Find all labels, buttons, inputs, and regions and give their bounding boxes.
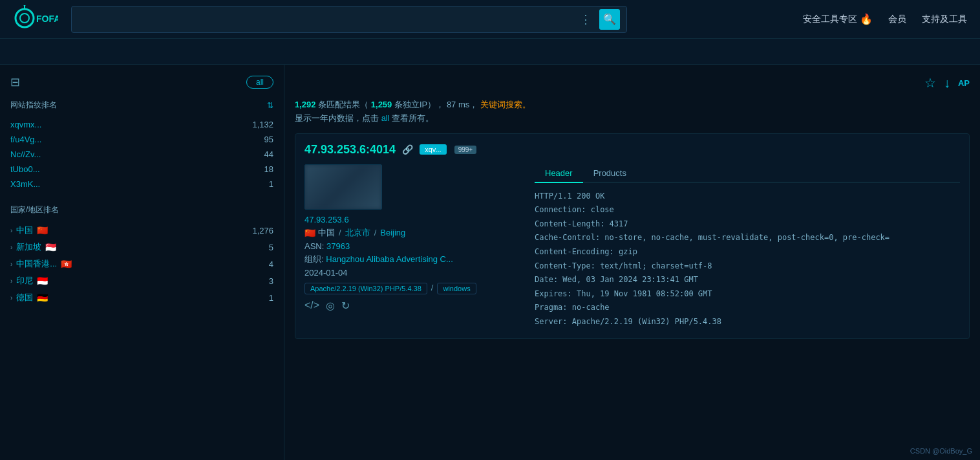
fingerprint-section-title: 网站指纹排名 ⇅ — [10, 100, 273, 111]
fingerprint-sort-icon[interactable]: ⇅ — [267, 101, 273, 110]
header: FOFA app="用友U8CRM" ⋮ 🔍 安全工具专区 🔥 会员 支持及工具 — [0, 0, 980, 39]
count-badge: 999+ — [454, 146, 477, 154]
chevron-right-icon: › — [10, 261, 12, 268]
server-tag[interactable]: Apache/2.2.19 (Win32) PHP/5.4.38 — [304, 283, 427, 294]
country-item-germany[interactable]: › 德国 🇩🇪 — [10, 292, 48, 303]
header-line-4: Cache-Control: no-store, no-cache, must-… — [535, 231, 960, 245]
main-layout: ⊟ all 网站指纹排名 ⇅ xqvmx... 1,132 f/u4Vg... … — [0, 65, 980, 460]
header-content: HTTP/1.1 200 OK Connection: close Conten… — [535, 190, 960, 329]
card-org: 组织: Hangzhou Alibaba Advertising C... — [304, 254, 524, 265]
list-item: tUbo0... 18 — [10, 162, 273, 177]
chain-icon[interactable]: 🔗 — [402, 144, 413, 155]
fp-link-1[interactable]: xqvmx... — [10, 120, 41, 129]
card-asn: ASN: 37963 — [304, 241, 524, 251]
main-content: ☆ ↓ AP 1,292 条匹配结果（ 1,259 条独立IP）， 87 ms，… — [284, 65, 980, 460]
header-line-8: Expires: Thu, 19 Nov 1981 08:52:00 GMT — [535, 287, 960, 301]
country-item-hk[interactable]: › 中国香港... 🇭🇰 — [10, 258, 72, 270]
header-line-10: Server: Apache/2.2.19 (Win32) PHP/5.4.38 — [535, 315, 960, 329]
flag-germany: 🇩🇪 — [37, 292, 48, 303]
tab-header[interactable]: Header — [535, 164, 583, 183]
logo[interactable]: FOFA — [13, 5, 58, 33]
sidebar: ⊟ all 网站指纹排名 ⇅ xqvmx... 1,132 f/u4Vg... … — [0, 65, 284, 460]
screenshot-blur — [305, 165, 381, 209]
chevron-right-icon: › — [10, 244, 12, 251]
city-link[interactable]: 北京市 — [345, 227, 370, 239]
result-count: 1,292 — [295, 100, 316, 109]
chevron-right-icon: › — [10, 278, 12, 285]
asn-link[interactable]: 37963 — [326, 241, 350, 251]
fp-link-4[interactable]: tUbo0... — [10, 164, 40, 174]
fp-link-3[interactable]: Nc//Zv... — [10, 149, 41, 159]
ap-button[interactable]: AP — [958, 78, 970, 88]
fingerprint-list: xqvmx... 1,132 f/u4Vg... 95 Nc//Zv... 44… — [10, 117, 273, 192]
support-tools-nav[interactable]: 支持及工具 — [922, 14, 967, 25]
star-icon[interactable]: ☆ — [924, 75, 936, 91]
search-options-button[interactable]: ⋮ — [577, 10, 594, 29]
country-list: › 中国 🇨🇳 1,276 › 新加坡 🇸🇬 5 › 中国香港... � — [10, 222, 273, 306]
country-name-3: 中国香港... — [16, 258, 57, 270]
svg-point-0 — [16, 9, 34, 27]
share-icon[interactable]: ◎ — [326, 300, 335, 312]
fp-count-2: 95 — [264, 135, 273, 144]
fp-count-1: 1,132 — [252, 120, 273, 129]
screenshot-thumbnail[interactable] — [304, 164, 382, 210]
svg-text:FOFA: FOFA — [36, 14, 58, 24]
chevron-right-icon: › — [10, 227, 12, 234]
country-item-china[interactable]: › 中国 🇨🇳 — [10, 225, 48, 236]
content-toolbar: ☆ ↓ AP — [295, 75, 970, 91]
filter-icon[interactable]: ⊟ — [10, 75, 20, 89]
ip-link[interactable]: 47.93.253.6 — [304, 215, 524, 225]
fp-count-5: 1 — [269, 179, 273, 189]
org-link[interactable]: Hangzhou Alibaba Advertising C... — [326, 254, 453, 264]
search-bar: app="用友U8CRM" ⋮ 🔍 — [71, 6, 627, 33]
refresh-icon[interactable]: ↻ — [341, 300, 350, 312]
tab-products[interactable]: Products — [583, 164, 637, 182]
header-line-5: Content-Encoding: gzip — [535, 245, 960, 259]
country-name-1: 中国 — [16, 225, 33, 236]
country-name-5: 德国 — [16, 292, 33, 303]
fp-link-2[interactable]: f/u4Vg... — [10, 135, 41, 144]
country-item-singapore[interactable]: › 新加坡 🇸🇬 — [10, 241, 56, 253]
flag-singapore: 🇸🇬 — [45, 242, 56, 252]
search-icon: 🔍 — [603, 13, 616, 25]
search-button[interactable]: 🔍 — [599, 9, 620, 30]
country-count-4: 3 — [269, 276, 273, 286]
list-item: xqvmx... 1,132 — [10, 117, 273, 132]
ip-port[interactable]: 47.93.253.6:4014 — [304, 143, 396, 157]
card-country: 🇨🇳 中国 / 北京市 / Beijing — [304, 227, 524, 239]
code-icon[interactable]: </> — [304, 300, 319, 312]
list-item: Nc//Zv... 44 — [10, 147, 273, 162]
footer-note: CSDN @OidBoy_G — [910, 447, 972, 455]
country-item-indonesia[interactable]: › 印尼 🇮🇩 — [10, 275, 48, 287]
os-tag[interactable]: windows — [437, 283, 476, 294]
all-results-link[interactable]: all — [381, 113, 390, 123]
city-en-link[interactable]: Beijing — [380, 228, 405, 237]
result-card: 47.93.253.6:4014 🔗 xqv... 999+ 47.93.253… — [295, 133, 970, 339]
country-name-4: 印尼 — [16, 275, 33, 287]
fp-count-3: 44 — [264, 149, 273, 159]
fp-link-5[interactable]: X3mK... — [10, 179, 40, 189]
all-filter-badge[interactable]: all — [246, 76, 273, 89]
card-date: 2024-01-04 — [304, 268, 524, 278]
flag-china: 🇨🇳 — [37, 225, 48, 235]
list-item: › 新加坡 🇸🇬 5 — [10, 239, 273, 256]
host-badge[interactable]: xqv... — [420, 144, 446, 155]
search-input[interactable]: app="用友U8CRM" — [78, 14, 572, 25]
sidebar-toolbar: ⊟ all — [10, 75, 273, 89]
download-icon[interactable]: ↓ — [944, 76, 950, 91]
country-flag: 🇨🇳 — [304, 228, 315, 238]
chevron-right-icon: › — [10, 294, 12, 301]
list-item: f/u4Vg... 95 — [10, 132, 273, 147]
card-header: 47.93.253.6:4014 🔗 xqv... 999+ — [304, 143, 960, 157]
header-line-9: Pragma: no-cache — [535, 301, 960, 315]
country-name-2: 新加坡 — [16, 241, 41, 253]
svg-point-3 — [24, 5, 26, 6]
country-count-3: 4 — [269, 259, 273, 269]
results-summary: 1,292 条匹配结果（ 1,259 条独立IP）， 87 ms， 关键词搜索。… — [295, 98, 970, 126]
country-text: 中国 — [318, 227, 335, 239]
header-line-6: Content-Type: text/html; charset=utf-8 — [535, 259, 960, 274]
security-tools-nav[interactable]: 安全工具专区 🔥 — [803, 13, 873, 25]
fire-icon: 🔥 — [860, 13, 873, 25]
keyword-search-link[interactable]: 关键词搜索。 — [480, 100, 531, 109]
membership-nav[interactable]: 会员 — [888, 14, 906, 25]
